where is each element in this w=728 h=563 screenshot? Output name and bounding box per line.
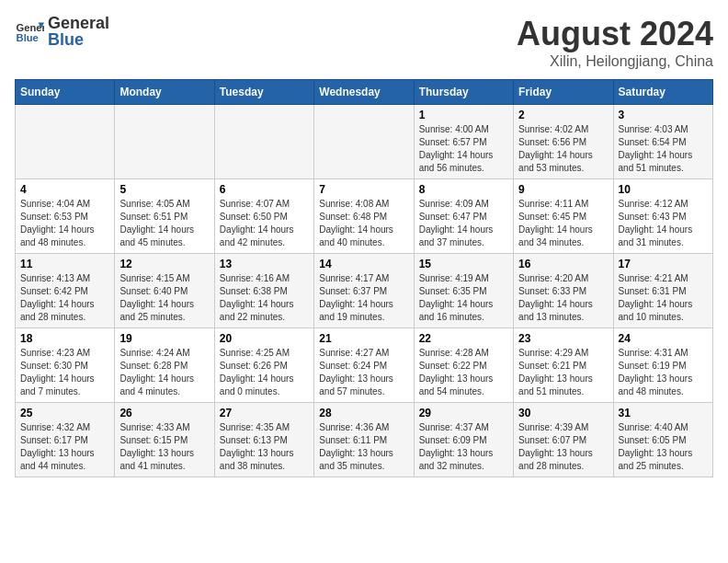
calendar-cell: [314, 105, 414, 179]
day-number: 18: [20, 332, 109, 345]
calendar-cell: 27Sunrise: 4:35 AM Sunset: 6:13 PM Dayli…: [214, 403, 313, 477]
day-of-week-header: Wednesday: [314, 80, 414, 105]
day-info: Sunrise: 4:31 AM Sunset: 6:19 PM Dayligh…: [619, 347, 708, 398]
calendar-week-row: 25Sunrise: 4:32 AM Sunset: 6:17 PM Dayli…: [16, 403, 713, 477]
header-row: SundayMondayTuesdayWednesdayThursdayFrid…: [16, 80, 713, 105]
day-number: 3: [619, 109, 708, 121]
day-info: Sunrise: 4:23 AM Sunset: 6:30 PM Dayligh…: [20, 347, 109, 398]
logo-icon: General Blue: [15, 17, 44, 46]
day-number: 16: [518, 258, 608, 270]
day-info: Sunrise: 4:35 AM Sunset: 6:13 PM Dayligh…: [220, 421, 309, 473]
day-number: 19: [119, 332, 209, 345]
calendar-cell: 3Sunrise: 4:03 AM Sunset: 6:54 PM Daylig…: [613, 105, 712, 179]
day-of-week-header: Saturday: [613, 80, 712, 105]
day-number: 26: [119, 407, 209, 419]
day-info: Sunrise: 4:13 AM Sunset: 6:42 PM Dayligh…: [20, 272, 109, 324]
day-number: 24: [619, 332, 708, 345]
calendar-cell: 9Sunrise: 4:11 AM Sunset: 6:45 PM Daylig…: [514, 179, 613, 254]
calendar-cell: 17Sunrise: 4:21 AM Sunset: 6:31 PM Dayli…: [613, 254, 712, 328]
day-number: 20: [220, 332, 309, 345]
day-info: Sunrise: 4:12 AM Sunset: 6:43 PM Dayligh…: [619, 198, 708, 249]
calendar-cell: 10Sunrise: 4:12 AM Sunset: 6:43 PM Dayli…: [613, 179, 712, 254]
calendar-cell: 21Sunrise: 4:27 AM Sunset: 6:24 PM Dayli…: [314, 328, 414, 403]
day-number: 9: [518, 183, 608, 196]
logo-blue: Blue: [48, 31, 109, 48]
day-number: 30: [518, 407, 608, 419]
day-info: Sunrise: 4:36 AM Sunset: 6:11 PM Dayligh…: [319, 421, 408, 473]
calendar-cell: [214, 105, 313, 179]
calendar-body: 1Sunrise: 4:00 AM Sunset: 6:57 PM Daylig…: [16, 105, 713, 477]
day-number: 29: [419, 407, 508, 419]
logo: General Blue General Blue: [15, 15, 109, 48]
day-of-week-header: Thursday: [414, 80, 513, 105]
calendar-cell: 12Sunrise: 4:15 AM Sunset: 6:40 PM Dayli…: [115, 254, 214, 328]
day-number: 13: [220, 258, 309, 270]
calendar-cell: [115, 105, 214, 179]
calendar-cell: 16Sunrise: 4:20 AM Sunset: 6:33 PM Dayli…: [514, 254, 613, 328]
day-info: Sunrise: 4:03 AM Sunset: 6:54 PM Dayligh…: [619, 123, 708, 175]
header: General Blue General Blue August 2024 Xi…: [15, 15, 713, 70]
calendar-title: August 2024: [517, 15, 713, 53]
day-number: 22: [419, 332, 508, 345]
day-info: Sunrise: 4:28 AM Sunset: 6:22 PM Dayligh…: [419, 347, 508, 398]
day-number: 27: [220, 407, 309, 419]
calendar-table: SundayMondayTuesdayWednesdayThursdayFrid…: [15, 79, 713, 477]
day-number: 21: [319, 332, 408, 345]
calendar-cell: 30Sunrise: 4:39 AM Sunset: 6:07 PM Dayli…: [514, 403, 613, 477]
calendar-cell: 25Sunrise: 4:32 AM Sunset: 6:17 PM Dayli…: [16, 403, 115, 477]
day-number: 23: [518, 332, 608, 345]
calendar-cell: 26Sunrise: 4:33 AM Sunset: 6:15 PM Dayli…: [115, 403, 214, 477]
day-info: Sunrise: 4:25 AM Sunset: 6:26 PM Dayligh…: [220, 347, 309, 398]
day-of-week-header: Friday: [514, 80, 613, 105]
calendar-cell: 8Sunrise: 4:09 AM Sunset: 6:47 PM Daylig…: [414, 179, 513, 254]
calendar-week-row: 1Sunrise: 4:00 AM Sunset: 6:57 PM Daylig…: [16, 105, 713, 179]
day-number: 31: [619, 407, 708, 419]
day-number: 25: [20, 407, 109, 419]
calendar-cell: 22Sunrise: 4:28 AM Sunset: 6:22 PM Dayli…: [414, 328, 513, 403]
calendar-header: SundayMondayTuesdayWednesdayThursdayFrid…: [16, 80, 713, 105]
day-number: 1: [419, 109, 508, 121]
day-number: 15: [419, 258, 508, 270]
calendar-cell: 13Sunrise: 4:16 AM Sunset: 6:38 PM Dayli…: [214, 254, 313, 328]
day-number: 8: [419, 183, 508, 196]
calendar-cell: 23Sunrise: 4:29 AM Sunset: 6:21 PM Dayli…: [514, 328, 613, 403]
day-info: Sunrise: 4:16 AM Sunset: 6:38 PM Dayligh…: [220, 272, 309, 324]
day-info: Sunrise: 4:20 AM Sunset: 6:33 PM Dayligh…: [518, 272, 608, 324]
day-info: Sunrise: 4:17 AM Sunset: 6:37 PM Dayligh…: [319, 272, 408, 324]
calendar-cell: 14Sunrise: 4:17 AM Sunset: 6:37 PM Dayli…: [314, 254, 414, 328]
logo-general: General: [48, 15, 109, 31]
day-number: 10: [619, 183, 708, 196]
calendar-week-row: 11Sunrise: 4:13 AM Sunset: 6:42 PM Dayli…: [16, 254, 713, 328]
svg-text:Blue: Blue: [17, 32, 39, 43]
day-info: Sunrise: 4:19 AM Sunset: 6:35 PM Dayligh…: [419, 272, 508, 324]
day-info: Sunrise: 4:27 AM Sunset: 6:24 PM Dayligh…: [319, 347, 408, 398]
day-number: 17: [619, 258, 708, 270]
day-info: Sunrise: 4:21 AM Sunset: 6:31 PM Dayligh…: [619, 272, 708, 324]
day-info: Sunrise: 4:09 AM Sunset: 6:47 PM Dayligh…: [419, 198, 508, 249]
day-info: Sunrise: 4:11 AM Sunset: 6:45 PM Dayligh…: [518, 198, 608, 249]
day-number: 11: [20, 258, 109, 270]
day-number: 6: [220, 183, 309, 196]
day-info: Sunrise: 4:24 AM Sunset: 6:28 PM Dayligh…: [119, 347, 209, 398]
calendar-week-row: 4Sunrise: 4:04 AM Sunset: 6:53 PM Daylig…: [16, 179, 713, 254]
calendar-cell: 15Sunrise: 4:19 AM Sunset: 6:35 PM Dayli…: [414, 254, 513, 328]
day-number: 28: [319, 407, 408, 419]
calendar-cell: 6Sunrise: 4:07 AM Sunset: 6:50 PM Daylig…: [214, 179, 313, 254]
day-number: 4: [20, 183, 109, 196]
calendar-cell: [16, 105, 115, 179]
day-number: 12: [119, 258, 209, 270]
day-number: 14: [319, 258, 408, 270]
calendar-cell: 7Sunrise: 4:08 AM Sunset: 6:48 PM Daylig…: [314, 179, 414, 254]
calendar-cell: 29Sunrise: 4:37 AM Sunset: 6:09 PM Dayli…: [414, 403, 513, 477]
day-info: Sunrise: 4:15 AM Sunset: 6:40 PM Dayligh…: [119, 272, 209, 324]
calendar-cell: 5Sunrise: 4:05 AM Sunset: 6:51 PM Daylig…: [115, 179, 214, 254]
day-info: Sunrise: 4:00 AM Sunset: 6:57 PM Dayligh…: [419, 123, 508, 175]
day-info: Sunrise: 4:29 AM Sunset: 6:21 PM Dayligh…: [518, 347, 608, 398]
day-of-week-header: Monday: [115, 80, 214, 105]
day-info: Sunrise: 4:04 AM Sunset: 6:53 PM Dayligh…: [20, 198, 109, 249]
day-info: Sunrise: 4:40 AM Sunset: 6:05 PM Dayligh…: [619, 421, 708, 473]
day-info: Sunrise: 4:39 AM Sunset: 6:07 PM Dayligh…: [518, 421, 608, 473]
day-info: Sunrise: 4:33 AM Sunset: 6:15 PM Dayligh…: [119, 421, 209, 473]
calendar-cell: 24Sunrise: 4:31 AM Sunset: 6:19 PM Dayli…: [613, 328, 712, 403]
calendar-cell: 28Sunrise: 4:36 AM Sunset: 6:11 PM Dayli…: [314, 403, 414, 477]
